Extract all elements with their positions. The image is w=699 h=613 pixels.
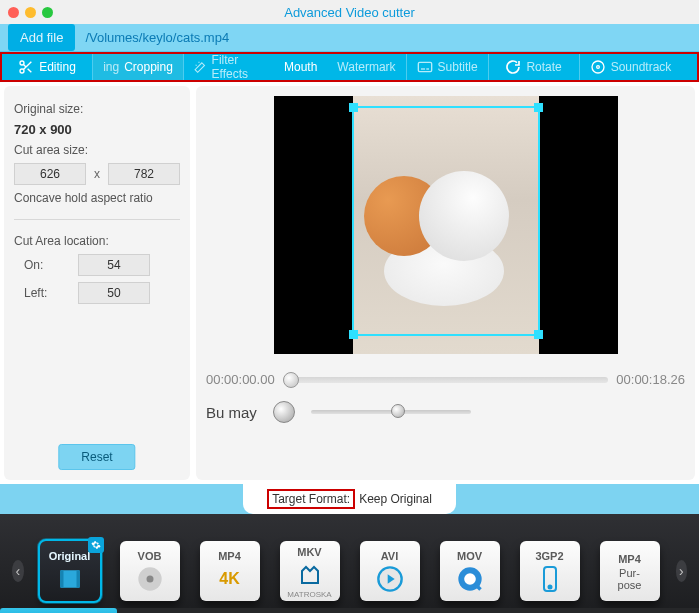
cut-width-input[interactable] — [14, 163, 86, 185]
cut-area-location-label: Cut Area location: — [14, 234, 180, 248]
target-format-tab[interactable]: Target Format: Keep Original — [243, 484, 456, 514]
formats-strip: ‹ Original VOB MP4 4K MKV MATROSKA AVI M… — [0, 514, 699, 613]
timeline: 00:00:00.00 00:00:18.26 — [206, 372, 685, 387]
tab-soundtrack[interactable]: Soundtrack — [580, 54, 682, 80]
format-avi[interactable]: AVI — [360, 541, 420, 601]
tab-rotate[interactable]: Rotate — [489, 54, 579, 80]
original-size-label: Original size: — [14, 102, 180, 116]
format-original[interactable]: Original — [40, 541, 100, 601]
tab-filter-effects[interactable]: Filter Effects — [184, 54, 274, 80]
main-area: Original size: 720 x 900 Cut area size: … — [0, 82, 699, 484]
target-format-label: Target Format: — [267, 489, 355, 509]
format-vob[interactable]: VOB — [120, 541, 180, 601]
cat-devices[interactable]: Devices — [233, 608, 350, 613]
editing-tabs: Editing ing Cropping Filter Effects Mout… — [0, 52, 699, 82]
divider — [14, 219, 180, 220]
close-button[interactable] — [8, 7, 19, 18]
dims-sep: x — [94, 167, 100, 181]
formats-next[interactable]: › — [676, 560, 688, 582]
format-mp4-purpose[interactable]: MP4 Pur- pose — [600, 541, 660, 601]
aspect-ratio-label: Concave hold aspect ratio — [14, 191, 180, 205]
window-controls — [8, 7, 53, 18]
matroska-icon — [295, 560, 325, 590]
svg-line-4 — [24, 64, 27, 67]
tab-subtitle[interactable]: Subtitle — [407, 54, 488, 80]
svg-point-14 — [146, 576, 153, 583]
crop-settings-panel: Original size: 720 x 900 Cut area size: … — [4, 86, 190, 480]
fourk-icon: 4K — [215, 564, 245, 594]
slider-thumb[interactable] — [391, 404, 405, 418]
original-size-value: 720 x 900 — [14, 122, 180, 137]
disc-icon — [590, 59, 606, 75]
cut-height-input[interactable] — [108, 163, 180, 185]
film-icon — [55, 564, 85, 594]
target-format-value: Keep Original — [359, 492, 432, 506]
tab-editing[interactable]: Editing — [2, 54, 92, 80]
left-label: Left: — [24, 286, 64, 300]
format-mov[interactable]: MOV — [440, 541, 500, 601]
timeline-track[interactable] — [283, 377, 609, 383]
cat-audio[interactable]: Audio — [117, 608, 234, 613]
add-file-button[interactable]: Add file — [8, 24, 75, 51]
filepath-label: /Volumes/keylo/cats.mp4 — [85, 30, 229, 45]
video-preview[interactable] — [274, 96, 618, 354]
svg-point-20 — [548, 586, 551, 589]
subtitle-icon — [417, 59, 433, 75]
titlebar: Advanced Video cutter — [0, 0, 699, 24]
scissors-icon — [18, 59, 34, 75]
file-toolbar: Add file /Volumes/keylo/cats.mp4 — [0, 24, 699, 52]
time-current: 00:00:00.00 — [206, 372, 275, 387]
svg-point-1 — [20, 69, 24, 73]
zoom-button[interactable] — [42, 7, 53, 18]
on-input[interactable] — [78, 254, 150, 276]
speed-slider[interactable] — [311, 410, 471, 414]
svg-point-0 — [20, 61, 24, 65]
playhead[interactable] — [283, 372, 299, 388]
cat-hd[interactable]: HD — [466, 608, 583, 613]
formats-prev[interactable]: ‹ — [12, 560, 24, 582]
crop-handle-br[interactable] — [534, 330, 543, 339]
time-total: 00:00:18.26 — [616, 372, 685, 387]
svg-point-8 — [592, 61, 604, 73]
on-label: On: — [24, 258, 64, 272]
crop-handle-tr[interactable] — [534, 103, 543, 112]
svg-line-3 — [28, 69, 32, 73]
wand-icon — [194, 59, 207, 75]
bumay-label: Bu may — [206, 404, 257, 421]
format-3gp2[interactable]: 3GP2 — [520, 541, 580, 601]
svg-point-18 — [464, 573, 476, 585]
minimize-button[interactable] — [25, 7, 36, 18]
format-mp4-4k[interactable]: MP4 4K — [200, 541, 260, 601]
app-title: Advanced Video cutter — [284, 5, 415, 20]
format-items: Original VOB MP4 4K MKV MATROSKA AVI MOV… — [40, 541, 660, 601]
play-knob[interactable] — [273, 401, 295, 423]
svg-rect-12 — [76, 570, 79, 587]
crop-handle-bl[interactable] — [349, 330, 358, 339]
disc-icon — [135, 564, 165, 594]
cat-editing[interactable]: Editing — [350, 608, 467, 613]
svg-rect-5 — [418, 62, 431, 71]
cut-area-size-label: Cut area size: — [14, 143, 180, 157]
gear-icon[interactable] — [88, 537, 104, 553]
preview-panel: 00:00:00.00 00:00:18.26 Bu may — [196, 86, 695, 480]
cat-web[interactable]: Web Sharing — [583, 608, 700, 613]
rotate-icon — [505, 59, 521, 75]
tab-cropping[interactable]: ing Cropping — [93, 54, 183, 80]
phone-icon — [535, 564, 565, 594]
crop-handle-tl[interactable] — [349, 103, 358, 112]
purpose-text: Pur- pose — [618, 567, 642, 591]
bumay-row: Bu may — [206, 401, 685, 423]
format-mkv[interactable]: MKV MATROSKA — [280, 541, 340, 601]
reset-button[interactable]: Reset — [58, 444, 135, 470]
tab-watermark[interactable]: Watermark — [327, 54, 405, 80]
svg-point-9 — [596, 66, 599, 69]
play-circle-icon — [375, 564, 405, 594]
tab-mouth[interactable]: Mouth — [274, 54, 327, 80]
category-tabs: Video Audio Devices Editing HD Web Shari… — [0, 608, 699, 613]
format-tab-strip: Target Format: Keep Original — [0, 484, 699, 514]
crop-rectangle[interactable] — [352, 106, 540, 336]
left-input[interactable] — [78, 282, 150, 304]
quicktime-icon — [455, 564, 485, 594]
cat-video[interactable]: Video — [0, 608, 117, 613]
svg-rect-11 — [60, 570, 63, 587]
